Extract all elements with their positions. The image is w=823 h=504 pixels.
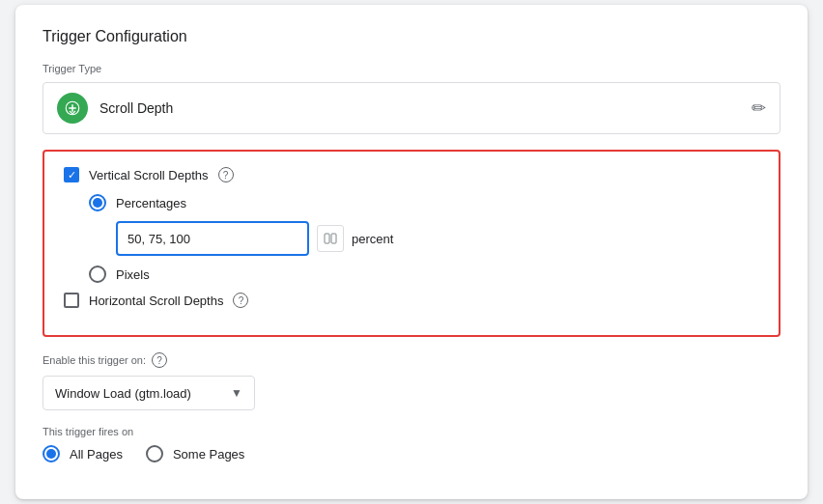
percent-input[interactable] [116, 221, 309, 256]
all-pages-label: All Pages [70, 447, 123, 462]
check-mark: ✓ [68, 170, 76, 181]
config-section: ✓ Vertical Scroll Depths ? Percentages [43, 150, 780, 337]
svg-rect-3 [325, 234, 329, 243]
some-pages-radio-row: Some Pages [146, 445, 244, 462]
pixels-radio-row: Pixels [89, 266, 759, 283]
trigger-type-left: Scroll Depth [57, 93, 173, 124]
vertical-scroll-help-icon[interactable]: ? [218, 167, 234, 182]
enable-label-row: Enable this trigger on: ? [43, 352, 780, 368]
percent-unit-label: percent [352, 232, 393, 246]
vertical-scroll-row: ✓ Vertical Scroll Depths ? [64, 167, 759, 182]
all-pages-radio-row: All Pages [43, 445, 123, 462]
percentages-label: Percentages [116, 196, 186, 210]
trigger-configuration-card: Trigger Configuration Trigger Type Scrol… [15, 5, 808, 499]
fires-on-label: This trigger fires on [43, 426, 780, 437]
horizontal-scroll-label: Horizontal Scroll Depths [89, 294, 223, 308]
scroll-depth-svg [64, 99, 81, 117]
horizontal-scroll-row: Horizontal Scroll Depths ? [64, 293, 759, 308]
card-title: Trigger Configuration [43, 28, 780, 45]
percent-input-row: percent [116, 221, 759, 256]
vertical-scroll-label: Vertical Scroll Depths [89, 168, 209, 182]
radio-section: Percentages percent Pixels [89, 194, 759, 283]
percentages-radio-inner [93, 198, 102, 208]
horizontal-scroll-help-icon[interactable]: ? [233, 293, 248, 308]
chevron-down-icon: ▼ [231, 386, 242, 400]
variable-svg [324, 232, 337, 245]
trigger-type-row: Scroll Depth ✏ [43, 82, 780, 134]
fires-on-row: All Pages Some Pages [43, 445, 780, 472]
trigger-type-name: Scroll Depth [99, 100, 173, 116]
pixels-radio[interactable] [89, 266, 106, 283]
svg-rect-4 [331, 234, 336, 243]
horizontal-scroll-checkbox[interactable] [64, 293, 79, 308]
some-pages-radio[interactable] [146, 445, 163, 462]
enable-label-text: Enable this trigger on: [43, 354, 146, 366]
variable-icon[interactable] [317, 225, 344, 252]
window-load-dropdown[interactable]: Window Load (gtm.load) ▼ [43, 376, 255, 410]
enable-help-icon[interactable]: ? [152, 352, 167, 368]
dropdown-value: Window Load (gtm.load) [55, 386, 191, 401]
trigger-type-label: Trigger Type [43, 63, 780, 74]
edit-icon[interactable]: ✏ [752, 98, 766, 119]
vertical-scroll-checkbox[interactable]: ✓ [64, 167, 79, 182]
pixels-label: Pixels [116, 267, 150, 282]
all-pages-radio-inner [46, 449, 56, 459]
scroll-depth-icon [57, 93, 88, 124]
percentages-radio-row: Percentages [89, 194, 759, 211]
percentages-radio[interactable] [89, 194, 106, 211]
some-pages-label: Some Pages [173, 447, 244, 462]
all-pages-radio[interactable] [43, 445, 60, 462]
